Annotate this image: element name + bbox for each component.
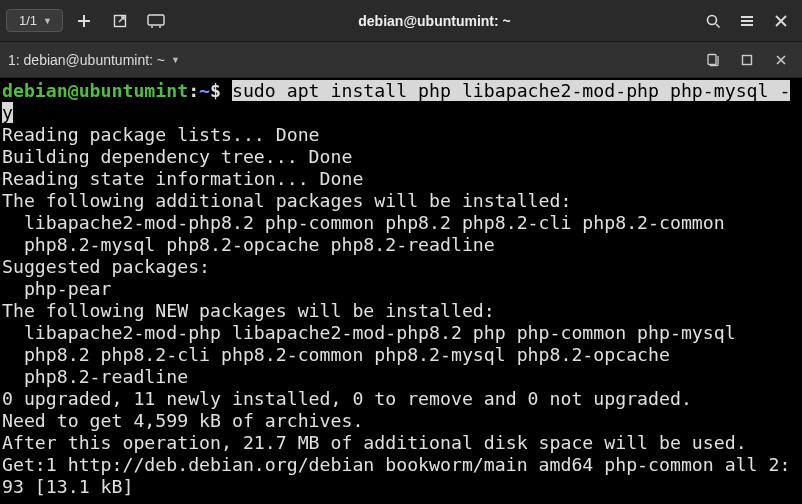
output-line: php-pear xyxy=(2,278,112,299)
output-line: php8.2 php8.2-cli php8.2-common php8.2-m… xyxy=(2,344,670,365)
new-window-button[interactable] xyxy=(105,6,135,36)
output-line: The following NEW packages will be insta… xyxy=(2,300,495,321)
broadcast-button[interactable] xyxy=(141,6,171,36)
output-line: After this operation, 21.7 MB of additio… xyxy=(2,432,747,453)
new-window-icon xyxy=(112,13,128,29)
tab-close-button[interactable] xyxy=(768,47,794,73)
svg-rect-5 xyxy=(708,55,716,65)
close-icon xyxy=(775,54,787,66)
close-icon xyxy=(774,14,788,28)
plus-icon xyxy=(76,13,92,29)
window-close-button[interactable] xyxy=(766,6,796,36)
command-highlighted: sudo apt install php libapache2-mod-php … xyxy=(232,80,790,101)
search-icon xyxy=(705,13,721,29)
chevron-down-icon: ▼ xyxy=(171,55,180,65)
output-line: The following additional packages will b… xyxy=(2,190,571,211)
output-line: php8.2-readline xyxy=(2,366,188,387)
terminal-output[interactable]: debian@ubuntumint:~$ sudo apt install ph… xyxy=(0,78,802,504)
window-titlebar: 1/1 ▼ debian@ubuntumint: ~ xyxy=(0,0,802,42)
output-line: Reading state information... Done xyxy=(2,168,363,189)
tab-label-text: 1: debian@ubuntumint: ~ xyxy=(8,52,165,68)
tab-readonly-button[interactable] xyxy=(700,47,726,73)
prompt-colon: : xyxy=(188,80,199,101)
prompt-dollar: $ xyxy=(210,80,232,101)
readonly-icon xyxy=(706,52,721,67)
tab-active[interactable]: 1: debian@ubuntumint: ~ ▼ xyxy=(8,52,180,68)
svg-point-4 xyxy=(708,15,717,24)
tab-maximize-button[interactable] xyxy=(734,47,760,73)
maximize-icon xyxy=(741,54,753,66)
chevron-down-icon: ▼ xyxy=(43,16,52,26)
tab-counter[interactable]: 1/1 ▼ xyxy=(6,9,63,32)
search-button[interactable] xyxy=(698,6,728,36)
output-line: php8.2-mysql php8.2-opcache php8.2-readl… xyxy=(2,234,495,255)
menu-button[interactable] xyxy=(732,6,762,36)
broadcast-icon xyxy=(147,14,165,28)
tab-counter-label: 1/1 xyxy=(19,13,37,28)
svg-rect-6 xyxy=(743,55,752,64)
command-highlighted-cont: y xyxy=(2,102,13,123)
output-line: Need to get 4,599 kB of archives. xyxy=(2,410,363,431)
new-tab-button[interactable] xyxy=(69,6,99,36)
output-line: libapache2-mod-php8.2 php-common php8.2 … xyxy=(2,212,725,233)
output-line: Building dependency tree... Done xyxy=(2,146,352,167)
prompt-path: ~ xyxy=(199,80,210,101)
output-line: Reading package lists... Done xyxy=(2,124,320,145)
output-line: Get:1 http://deb.debian.org/debian bookw… xyxy=(2,454,790,475)
hamburger-icon xyxy=(739,13,755,29)
svg-rect-1 xyxy=(148,15,164,25)
output-line: 93 [13.1 kB] xyxy=(2,476,133,497)
output-line: libapache2-mod-php libapache2-mod-php8.2… xyxy=(2,322,736,343)
svg-point-3 xyxy=(159,26,161,28)
window-title: debian@ubuntumint: ~ xyxy=(177,13,692,29)
svg-point-2 xyxy=(151,26,153,28)
output-line: 0 upgraded, 11 newly installed, 0 to rem… xyxy=(2,388,692,409)
output-line: Suggested packages: xyxy=(2,256,210,277)
tab-bar: 1: debian@ubuntumint: ~ ▼ xyxy=(0,42,802,78)
prompt-user: debian@ubuntumint xyxy=(2,80,188,101)
